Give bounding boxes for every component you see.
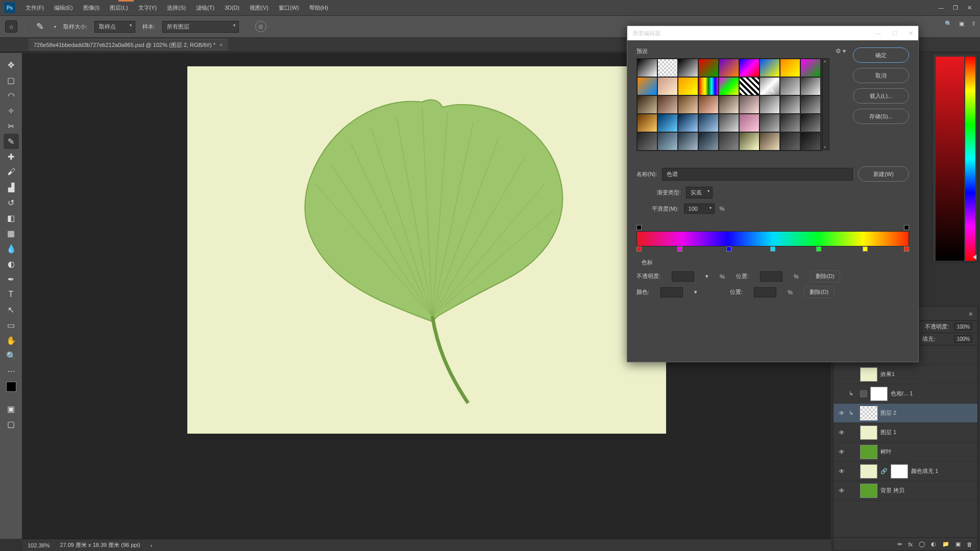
history-brush-tool[interactable]: ↺ bbox=[4, 195, 19, 210]
preset-scrollbar[interactable] bbox=[822, 58, 829, 150]
layer-thumbnail[interactable] bbox=[860, 445, 877, 459]
menu-edit[interactable]: 编辑(E) bbox=[49, 0, 78, 15]
menu-filter[interactable]: 滤镜(T) bbox=[191, 0, 219, 15]
workspace-icon[interactable]: ▣ bbox=[959, 20, 964, 27]
menu-layer[interactable]: 图层(L) bbox=[105, 0, 133, 15]
layer-thumbnail[interactable] bbox=[860, 425, 877, 440]
preset-swatch[interactable] bbox=[760, 95, 780, 114]
lasso-tool[interactable]: ◠ bbox=[4, 88, 19, 103]
layer-name[interactable]: 背景 拷贝 bbox=[880, 487, 904, 494]
menu-type[interactable]: 文字(Y) bbox=[133, 0, 162, 15]
preset-swatch[interactable] bbox=[657, 95, 678, 114]
dialog-close-icon[interactable]: ✕ bbox=[909, 30, 913, 37]
window-minimize-icon[interactable]: — bbox=[938, 5, 944, 11]
color-stop[interactable] bbox=[677, 246, 682, 252]
layer-thumbnail[interactable] bbox=[860, 406, 877, 420]
smoothness-input[interactable]: 100 bbox=[684, 204, 715, 214]
layer-name[interactable]: 色相/... 1 bbox=[891, 390, 913, 397]
preset-swatch[interactable] bbox=[780, 114, 800, 132]
layer-name[interactable]: 颜色填充 1 bbox=[911, 467, 938, 475]
layer-name[interactable]: 效果1 bbox=[880, 370, 895, 378]
layer-row[interactable]: ↳ 色相/... 1 bbox=[834, 384, 977, 404]
preset-swatch[interactable] bbox=[760, 77, 780, 95]
preset-swatch[interactable] bbox=[800, 59, 821, 77]
dialog-minimize-icon[interactable]: — bbox=[875, 30, 881, 37]
opacity-value[interactable]: 100% bbox=[954, 323, 972, 331]
brush-tool[interactable]: 🖌 bbox=[4, 164, 19, 180]
opacity-field-input[interactable] bbox=[672, 271, 694, 282]
preset-swatch[interactable] bbox=[739, 59, 760, 77]
preset-swatch[interactable] bbox=[719, 59, 739, 77]
window-restore-icon[interactable]: ❐ bbox=[953, 5, 958, 11]
preset-swatch[interactable] bbox=[800, 132, 821, 151]
color-stop[interactable] bbox=[726, 246, 731, 252]
panel-menu-icon[interactable]: ≡ bbox=[969, 311, 972, 317]
share-icon[interactable]: ⇪ bbox=[971, 20, 976, 27]
delete-color-stop-button[interactable]: 删除(D) bbox=[804, 286, 834, 298]
preset-swatch[interactable] bbox=[739, 132, 760, 151]
blur-tool[interactable]: 💧 bbox=[4, 241, 19, 256]
preset-swatch[interactable] bbox=[780, 77, 800, 95]
eyedropper-icon[interactable]: ✎ bbox=[33, 21, 47, 32]
preset-swatch[interactable] bbox=[719, 95, 739, 114]
dialog-titlebar[interactable]: 渐变编辑器 — ☐ ✕ bbox=[627, 26, 918, 40]
color-stop[interactable] bbox=[636, 246, 642, 252]
position-field-input[interactable] bbox=[760, 271, 782, 282]
sample-dropdown[interactable]: 所有图层 bbox=[162, 21, 239, 33]
preset-swatch[interactable] bbox=[637, 114, 657, 132]
color-swatch-input[interactable] bbox=[660, 287, 683, 297]
tab-close-icon[interactable]: × bbox=[219, 42, 223, 48]
new-layer-icon[interactable]: ▣ bbox=[955, 541, 961, 547]
smiley-icon[interactable]: ☺ bbox=[255, 21, 266, 32]
preset-swatch[interactable] bbox=[637, 132, 657, 151]
delete-layer-icon[interactable]: 🗑 bbox=[967, 541, 972, 547]
sample-size-dropdown[interactable]: 取样点 bbox=[94, 21, 135, 33]
wand-tool[interactable]: ✧ bbox=[4, 103, 19, 118]
name-input[interactable]: 色谱 bbox=[662, 168, 853, 181]
preset-swatch[interactable] bbox=[698, 77, 719, 95]
save-button[interactable]: 存储(S)... bbox=[853, 109, 909, 124]
preset-swatch[interactable] bbox=[760, 132, 780, 151]
layer-row[interactable]: 效果1 bbox=[834, 365, 977, 384]
preset-swatch[interactable] bbox=[657, 114, 678, 132]
preset-swatch[interactable] bbox=[657, 132, 678, 151]
preset-swatch[interactable] bbox=[780, 95, 800, 114]
hue-slider[interactable] bbox=[965, 57, 975, 261]
quickmask-tool[interactable]: ▣ bbox=[4, 401, 19, 416]
move-tool[interactable]: ✥ bbox=[4, 57, 19, 72]
home-button[interactable]: ⌂ bbox=[5, 20, 17, 33]
visibility-icon[interactable]: 👁 bbox=[838, 468, 846, 475]
layer-name[interactable]: 图层 2 bbox=[880, 409, 896, 417]
preset-swatch[interactable] bbox=[678, 114, 698, 132]
menu-window[interactable]: 窗口(W) bbox=[274, 0, 304, 15]
zoom-tool[interactable]: 🔍 bbox=[4, 348, 19, 363]
layer-row[interactable]: 👁 图层 1 bbox=[834, 423, 977, 442]
eraser-tool[interactable]: ◧ bbox=[4, 210, 19, 226]
adjustment-icon[interactable]: ◐ bbox=[931, 541, 936, 547]
preset-swatch[interactable] bbox=[678, 77, 698, 95]
delete-opacity-stop-button[interactable]: 删除(D) bbox=[810, 270, 840, 282]
marquee-tool[interactable]: ▢ bbox=[4, 72, 19, 88]
document-tab[interactable]: 726e58e41bbedadd3b727eb212a0a865.psd @ 1… bbox=[29, 39, 228, 51]
preset-swatch[interactable] bbox=[657, 59, 678, 77]
new-button[interactable]: 新建(W) bbox=[858, 166, 909, 182]
preset-swatch[interactable] bbox=[800, 114, 821, 132]
search-icon[interactable]: 🔍 bbox=[945, 20, 952, 27]
canvas[interactable] bbox=[187, 66, 666, 434]
load-button[interactable]: 载入(L)... bbox=[853, 88, 909, 104]
preset-swatch[interactable] bbox=[719, 77, 739, 95]
gradient-tool[interactable]: ▦ bbox=[4, 226, 19, 241]
dodge-tool[interactable]: ◐ bbox=[4, 256, 19, 271]
preset-swatch[interactable] bbox=[698, 114, 719, 132]
menu-select[interactable]: 选择(S) bbox=[162, 0, 191, 15]
preset-swatch[interactable] bbox=[760, 59, 780, 77]
preset-swatch[interactable] bbox=[698, 132, 719, 151]
opacity-stop[interactable] bbox=[636, 225, 642, 230]
layer-row[interactable]: 👁 树叶 bbox=[834, 442, 977, 462]
type-tool[interactable]: T bbox=[4, 287, 19, 302]
preset-swatch[interactable] bbox=[719, 114, 739, 132]
position2-field-input[interactable] bbox=[754, 287, 776, 297]
app-icon[interactable]: Ps bbox=[4, 2, 15, 13]
preset-swatch[interactable] bbox=[739, 114, 760, 132]
fx-icon[interactable]: fx bbox=[908, 541, 913, 547]
